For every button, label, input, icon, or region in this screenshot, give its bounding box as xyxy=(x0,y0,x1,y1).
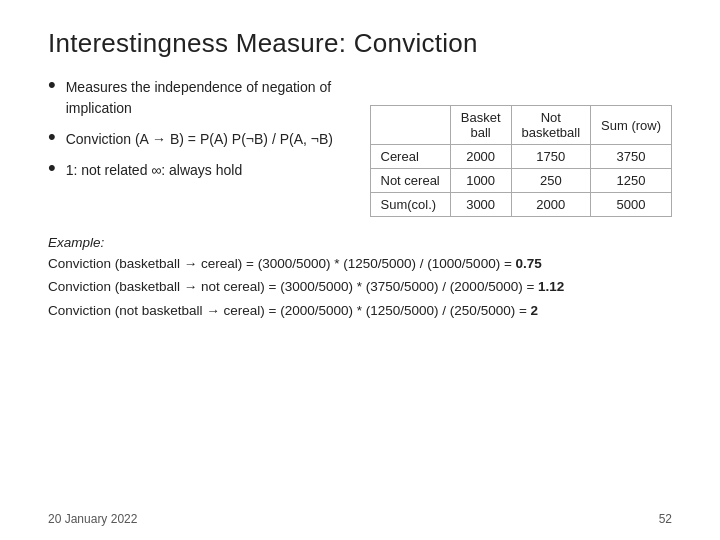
table-row-cereal: Cereal 2000 1750 3750 xyxy=(370,145,672,169)
cell-notcereal-sum: 1250 xyxy=(591,169,672,193)
conviction-table: Basketball Notbasketball Sum (row) Cerea… xyxy=(370,105,673,217)
example-line-3: Conviction (not basketball → cereal) = (… xyxy=(48,301,672,321)
footer: 20 January 2022 52 xyxy=(48,512,672,526)
result-3: 2 xyxy=(531,303,539,318)
cell-sum-not-basketball: 2000 xyxy=(511,193,591,217)
cell-cereal-sum: 3750 xyxy=(591,145,672,169)
bullet-text-2: Conviction (A → B) = P(A) P(¬B) / P(A, ¬… xyxy=(66,129,333,150)
slide: Interestingness Measure: Conviction • Me… xyxy=(0,0,720,540)
example-line-2: Conviction (basketball → not cereal) = (… xyxy=(48,277,672,297)
col-header-sum-row: Sum (row) xyxy=(591,106,672,145)
footer-date: 20 January 2022 xyxy=(48,512,137,526)
bullet-2: • Conviction (A → B) = P(A) P(¬B) / P(A,… xyxy=(48,129,360,150)
footer-page: 52 xyxy=(659,512,672,526)
table-row-not-cereal: Not cereal 1000 250 1250 xyxy=(370,169,672,193)
row-label-sum-col: Sum(col.) xyxy=(370,193,450,217)
bullet-1: • Measures the independence of negation … xyxy=(48,77,360,119)
example-section: Example: Conviction (basketball → cereal… xyxy=(48,235,672,321)
row-label-cereal: Cereal xyxy=(370,145,450,169)
cell-notcereal-not-basketball: 250 xyxy=(511,169,591,193)
result-2: 1.12 xyxy=(538,279,564,294)
row-label-not-cereal: Not cereal xyxy=(370,169,450,193)
col-header-basketball: Basketball xyxy=(450,106,511,145)
conviction-table-wrapper: Basketball Notbasketball Sum (row) Cerea… xyxy=(370,105,673,217)
table-row-sum-col: Sum(col.) 3000 2000 5000 xyxy=(370,193,672,217)
bullets-section: • Measures the independence of negation … xyxy=(48,77,360,191)
slide-title: Interestingness Measure: Conviction xyxy=(48,28,672,59)
bullet-dot-2: • xyxy=(48,126,56,148)
cell-cereal-basketball: 2000 xyxy=(450,145,511,169)
cell-sum-basketball: 3000 xyxy=(450,193,511,217)
bullet-text-1: Measures the independence of negation of… xyxy=(66,77,360,119)
bullet-dot-3: • xyxy=(48,157,56,179)
result-1: 0.75 xyxy=(516,256,542,271)
example-label: Example: xyxy=(48,235,672,250)
bullet-dot-1: • xyxy=(48,74,56,96)
bullet-text-3: 1: not related ∞: always hold xyxy=(66,160,243,181)
cell-notcereal-basketball: 1000 xyxy=(450,169,511,193)
cell-cereal-not-basketball: 1750 xyxy=(511,145,591,169)
col-header-not-basketball: Notbasketball xyxy=(511,106,591,145)
example-line-1: Conviction (basketball → cereal) = (3000… xyxy=(48,254,672,274)
cell-sum-total: 5000 xyxy=(591,193,672,217)
col-header-empty xyxy=(370,106,450,145)
bullet-3: • 1: not related ∞: always hold xyxy=(48,160,360,181)
